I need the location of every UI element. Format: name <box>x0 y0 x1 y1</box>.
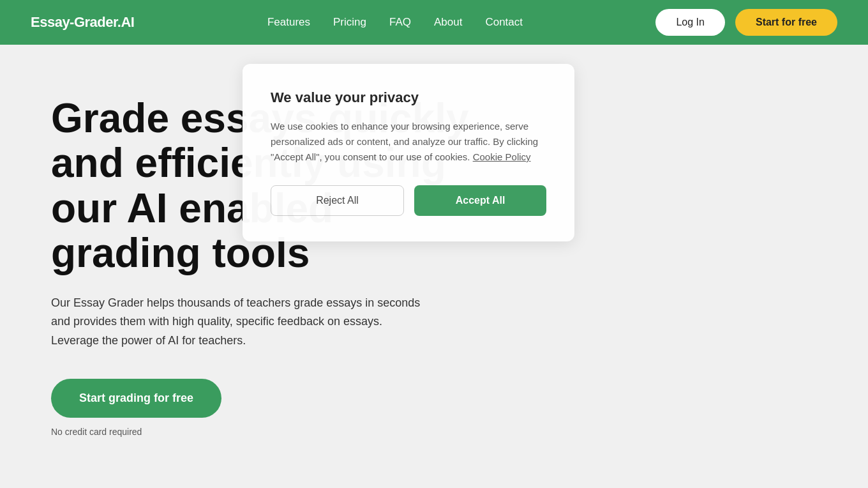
nav-pricing[interactable]: Pricing <box>333 16 366 28</box>
main-content: Grade essays quickly and efficiently usi… <box>0 45 868 488</box>
site-logo: Essay-Grader.AI <box>31 14 134 31</box>
privacy-body: We use cookies to enhance your browsing … <box>271 119 546 165</box>
nav-about[interactable]: About <box>434 16 462 28</box>
hero-subtitle: Our Essay Grader helps thousands of teac… <box>51 294 421 351</box>
nav-features[interactable]: Features <box>267 16 310 28</box>
start-for-free-button[interactable]: Start for free <box>735 9 837 36</box>
start-grading-button[interactable]: Start grading for free <box>51 379 221 418</box>
privacy-actions: Reject All Accept All <box>271 185 546 216</box>
nav-links: Features Pricing FAQ About Contact <box>267 16 523 29</box>
nav-actions: Log In Start for free <box>655 9 837 36</box>
privacy-title: We value your privacy <box>271 89 546 106</box>
no-credit-label: No credit card required <box>51 427 485 437</box>
cookie-policy-link[interactable]: Cookie Policy <box>473 151 531 162</box>
nav-contact[interactable]: Contact <box>485 16 523 28</box>
privacy-modal: We value your privacy We use cookies to … <box>243 64 574 241</box>
nav-faq[interactable]: FAQ <box>389 16 411 28</box>
navbar: Essay-Grader.AI Features Pricing FAQ Abo… <box>0 0 868 45</box>
accept-all-button[interactable]: Accept All <box>414 185 546 216</box>
login-button[interactable]: Log In <box>655 9 724 36</box>
reject-all-button[interactable]: Reject All <box>271 185 404 216</box>
